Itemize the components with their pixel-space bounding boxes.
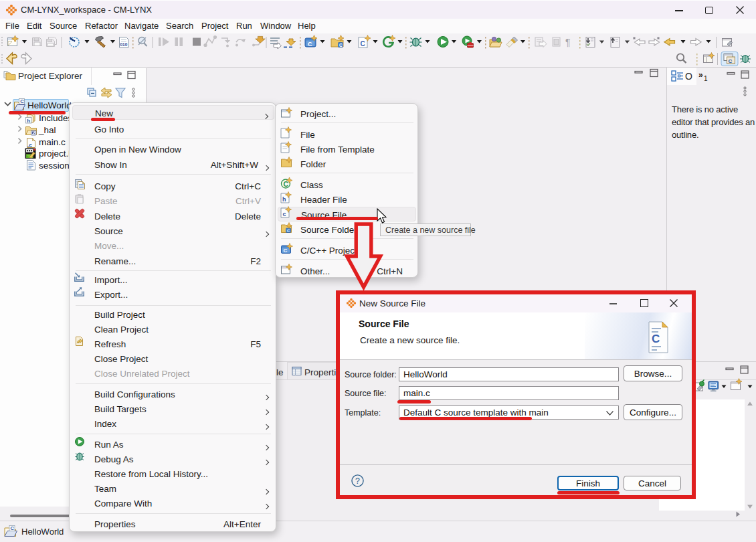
svg-text:010: 010	[120, 42, 128, 47]
svg-text:»: »	[698, 70, 703, 80]
svg-text:C: C	[652, 333, 660, 345]
svg-text:C: C	[339, 43, 343, 48]
svg-text:C: C	[361, 40, 365, 48]
svg-text:.c: .c	[27, 142, 32, 149]
svg-text:1: 1	[704, 75, 708, 82]
svg-text:C: C	[287, 229, 290, 233]
svg-text:c: c	[283, 211, 286, 217]
svg-text:?: ?	[355, 476, 360, 486]
svg-text:C: C	[20, 98, 24, 104]
svg-text:¶: ¶	[565, 37, 571, 48]
svg-text:O: O	[685, 71, 692, 82]
svg-text:h: h	[282, 196, 286, 203]
svg-text:C: C	[11, 525, 15, 531]
svg-text:C: C	[284, 248, 288, 254]
svg-text:C: C	[729, 58, 733, 64]
svg-text:C: C	[308, 41, 312, 48]
svg-text:h: h	[27, 118, 30, 124]
